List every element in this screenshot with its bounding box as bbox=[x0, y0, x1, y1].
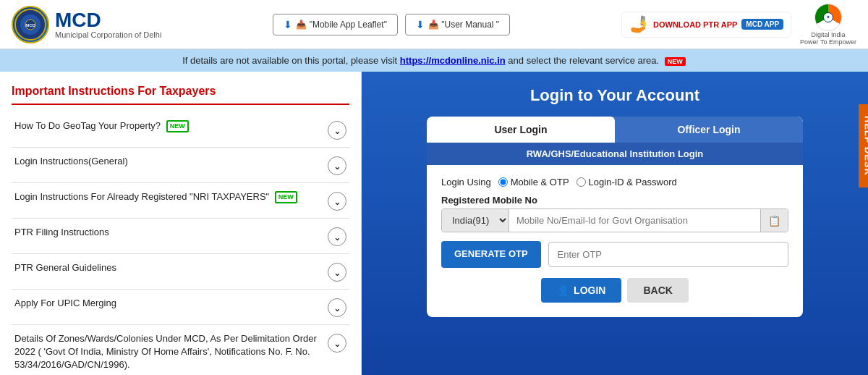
new-tag: NEW bbox=[275, 191, 297, 203]
chevron-button[interactable]: ⌄ bbox=[328, 156, 346, 175]
login-box: User Login Officer Login RWA/GHS/Educati… bbox=[427, 117, 803, 317]
mobile-label: Registered Mobile No bbox=[441, 195, 788, 206]
instructions-list: How To Do GeoTag Your Property? NEW⌄Logi… bbox=[12, 112, 349, 375]
svg-text:MCD: MCD bbox=[25, 23, 35, 28]
ashoka-chakra: ✦ bbox=[823, 12, 833, 22]
list-item[interactable]: Login Instructions(General)⌄ bbox=[12, 148, 349, 183]
instruction-text: Login Instructions(General) bbox=[14, 155, 322, 168]
chevron-button[interactable]: ⌄ bbox=[328, 192, 346, 211]
radio-loginid-password[interactable]: Login-ID & Password bbox=[576, 177, 677, 188]
user-manual-label: 📥 "User Manual " bbox=[428, 20, 499, 30]
main-layout: Important Instructions For Taxpayers How… bbox=[0, 72, 868, 375]
instruction-text: Login Instructions For Already Registere… bbox=[14, 190, 322, 203]
radio-loginid-input[interactable] bbox=[576, 177, 586, 187]
user-manual-button[interactable]: ⬇ 📥 "User Manual " bbox=[405, 14, 510, 35]
login-tabs: User Login Officer Login bbox=[427, 117, 803, 143]
mobile-leaflet-button[interactable]: ⬇ 📥 "Mobile App Leaflet" bbox=[273, 14, 398, 35]
radio-mobile-otp-label: Mobile & OTP bbox=[511, 177, 569, 188]
tab-user-login[interactable]: User Login bbox=[427, 117, 615, 143]
chevron-down-icon: ⌄ bbox=[333, 267, 341, 278]
header-center-buttons: ⬇ 📥 "Mobile App Leaflet" ⬇ 📥 "User Manua… bbox=[273, 14, 510, 35]
otp-input[interactable] bbox=[548, 242, 788, 267]
chevron-down-icon: ⌄ bbox=[333, 125, 341, 136]
mobile-leaflet-label: 📥 "Mobile App Leaflet" bbox=[296, 20, 387, 30]
info-bar: If details are not available on this por… bbox=[0, 49, 868, 72]
info-text-after: and select the relevant service area. bbox=[508, 55, 659, 66]
left-panel: Important Instructions For Taxpayers How… bbox=[0, 72, 362, 375]
generate-otp-button[interactable]: GENERATE OTP bbox=[441, 241, 541, 268]
chevron-down-icon: ⌄ bbox=[333, 161, 341, 172]
radio-mobile-otp[interactable]: Mobile & OTP bbox=[498, 177, 569, 188]
country-code-select[interactable]: India(91) bbox=[442, 209, 509, 232]
instruction-text: How To Do GeoTag Your Property? NEW bbox=[14, 119, 322, 132]
mobile-input-row: India(91) 📋 bbox=[441, 208, 788, 232]
download-ptr-area: 🤳 DOWNLOAD PTR APP MCD APP bbox=[621, 12, 791, 38]
mcd-app-badge: MCD APP bbox=[741, 19, 783, 30]
digital-india-sub: Power To Empower bbox=[800, 38, 856, 46]
tricolor-wheel: ✦ bbox=[814, 4, 842, 31]
instruction-text: PTR General Guidelines bbox=[14, 261, 322, 274]
digital-india-label: Digital India bbox=[812, 31, 846, 38]
list-item[interactable]: Apply For UPIC Merging⌄ bbox=[12, 290, 349, 325]
list-item[interactable]: How To Do GeoTag Your Property? NEW⌄ bbox=[12, 112, 349, 148]
download-ptr-label: DOWNLOAD PTR APP bbox=[653, 20, 737, 29]
login-title: Login to Your Account bbox=[530, 86, 699, 105]
help-desk[interactable]: HELP DESK bbox=[859, 104, 869, 188]
brand-text: MCD Municipal Corporation of Delhi bbox=[55, 10, 161, 39]
info-link[interactable]: https://mcdonline.nic.in bbox=[400, 55, 506, 66]
back-button[interactable]: BACK bbox=[627, 278, 688, 303]
rwa-tab-row: RWA/GHS/Educational Institution Login bbox=[427, 143, 803, 165]
chevron-down-icon: ⌄ bbox=[333, 338, 341, 349]
list-item[interactable]: PTR Filing Instructions⌄ bbox=[12, 219, 349, 254]
header: MCD MCD Municipal Corporation of Delhi ⬇… bbox=[0, 0, 868, 49]
action-row: GENERATE OTP bbox=[441, 241, 788, 268]
ptr-hand-icon: 🤳 bbox=[629, 15, 649, 34]
instructions-title: Important Instructions For Taxpayers bbox=[12, 85, 349, 105]
digital-india-area: ✦ Digital India Power To Empower bbox=[800, 4, 856, 46]
list-item[interactable]: Login Instructions For Already Registere… bbox=[12, 183, 349, 219]
instruction-text: Details Of Zones/Wards/Colonies Under MC… bbox=[14, 332, 322, 372]
header-right: 🤳 DOWNLOAD PTR APP MCD APP ✦ Digital Ind… bbox=[621, 4, 856, 46]
chevron-button[interactable]: ⌄ bbox=[328, 263, 346, 282]
list-item[interactable]: PTR General Guidelines⌄ bbox=[12, 254, 349, 290]
chevron-down-icon: ⌄ bbox=[333, 196, 341, 207]
chevron-button[interactable]: ⌄ bbox=[328, 298, 346, 317]
logo-area: MCD MCD Municipal Corporation of Delhi bbox=[12, 6, 161, 43]
info-text-before: If details are not available on this por… bbox=[182, 55, 400, 66]
new-badge: NEW bbox=[665, 57, 686, 66]
login-using-label: Login Using bbox=[441, 177, 491, 188]
chevron-button[interactable]: ⌄ bbox=[328, 334, 346, 353]
form-body: Login Using Mobile & OTP Login-ID & Pass… bbox=[427, 165, 803, 303]
bottom-row: 👤 LOGIN BACK bbox=[441, 278, 788, 303]
list-item[interactable]: Details Of Zones/Wards/Colonies Under MC… bbox=[12, 325, 349, 375]
chevron-button[interactable]: ⌄ bbox=[328, 227, 346, 246]
new-tag: NEW bbox=[166, 120, 189, 132]
tab-rwa[interactable]: RWA/GHS/Educational Institution Login bbox=[427, 143, 803, 165]
mcd-title: MCD bbox=[55, 10, 161, 30]
login-using-row: Login Using Mobile & OTP Login-ID & Pass… bbox=[441, 177, 788, 188]
chevron-down-icon: ⌄ bbox=[333, 303, 341, 313]
right-panel: Login to Your Account User Login Officer… bbox=[362, 72, 868, 375]
login-user-icon: 👤 bbox=[557, 285, 569, 296]
paste-button[interactable]: 📋 bbox=[760, 209, 788, 232]
login-button[interactable]: 👤 LOGIN bbox=[541, 278, 621, 303]
tab-officer-login[interactable]: Officer Login bbox=[615, 117, 803, 143]
chevron-down-icon: ⌄ bbox=[333, 232, 341, 243]
login-button-label: LOGIN bbox=[574, 285, 605, 296]
radio-mobile-otp-input[interactable] bbox=[498, 177, 508, 187]
download-icon: ⬇ bbox=[284, 19, 292, 30]
mcd-logo: MCD bbox=[12, 6, 49, 43]
instruction-text: Apply For UPIC Merging bbox=[14, 297, 322, 310]
download-icon-2: ⬇ bbox=[416, 19, 425, 30]
chevron-button[interactable]: ⌄ bbox=[328, 121, 346, 140]
radio-loginid-label: Login-ID & Password bbox=[589, 177, 677, 188]
mobile-number-input[interactable] bbox=[509, 209, 760, 232]
mcd-subtitle: Municipal Corporation of Delhi bbox=[55, 30, 161, 39]
instruction-text: PTR Filing Instructions bbox=[14, 226, 322, 239]
